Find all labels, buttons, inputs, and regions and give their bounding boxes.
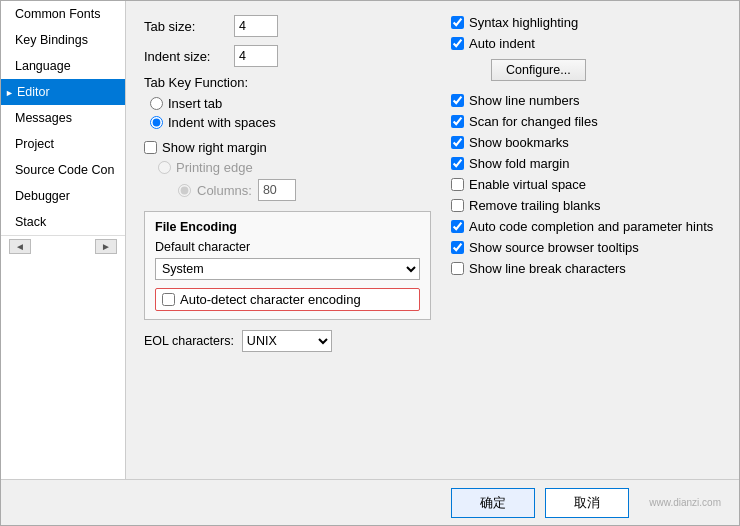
show-source-browser-checkbox[interactable] bbox=[451, 241, 464, 254]
indent-size-row: Indent size: bbox=[144, 45, 431, 67]
sidebar-item-editor[interactable]: ►Editor bbox=[1, 79, 125, 105]
main-content: Tab size: Indent size: Tab Key Function:… bbox=[126, 1, 739, 479]
sidebar-item-common-fonts[interactable]: Common Fonts bbox=[1, 1, 125, 27]
remove-trailing-blanks-label: Remove trailing blanks bbox=[469, 198, 601, 213]
scan-for-changed-row: Scan for changed files bbox=[451, 114, 721, 129]
enable-virtual-space-checkbox[interactable] bbox=[451, 178, 464, 191]
encoding-box: File Encoding Default character System A… bbox=[144, 211, 431, 320]
remove-trailing-blanks-checkbox[interactable] bbox=[451, 199, 464, 212]
ok-button[interactable]: 确定 bbox=[451, 488, 535, 518]
syntax-highlighting-checkbox[interactable] bbox=[451, 16, 464, 29]
show-line-break-row: Show line break characters bbox=[451, 261, 721, 276]
printing-edge-radio[interactable] bbox=[158, 161, 171, 174]
scan-for-changed-checkbox[interactable] bbox=[451, 115, 464, 128]
sidebar-item-stack[interactable]: Stack bbox=[1, 209, 125, 235]
columns-input[interactable] bbox=[258, 179, 296, 201]
auto-indent-checkbox[interactable] bbox=[451, 37, 464, 50]
auto-indent-label: Auto indent bbox=[469, 36, 535, 51]
show-line-break-checkbox[interactable] bbox=[451, 262, 464, 275]
auto-detect-row: Auto-detect character encoding bbox=[155, 288, 420, 311]
indent-size-input[interactable] bbox=[234, 45, 278, 67]
configure-button[interactable]: Configure... bbox=[491, 59, 586, 81]
sidebar-item-project[interactable]: Project bbox=[1, 131, 125, 157]
tab-size-label: Tab size: bbox=[144, 19, 234, 34]
sidebar-scroll-left[interactable]: ◄ bbox=[9, 239, 31, 254]
printing-edge-row: Printing edge bbox=[158, 160, 431, 175]
columns-label: Columns: bbox=[197, 183, 252, 198]
sidebar-item-label: Language bbox=[15, 59, 71, 73]
sidebar-item-messages[interactable]: Messages bbox=[1, 105, 125, 131]
remove-trailing-blanks-row: Remove trailing blanks bbox=[451, 198, 721, 213]
sidebar-scroll-right[interactable]: ► bbox=[95, 239, 117, 254]
show-right-margin-checkbox[interactable] bbox=[144, 141, 157, 154]
syntax-highlighting-row: Syntax highlighting bbox=[451, 15, 721, 30]
auto-detect-label: Auto-detect character encoding bbox=[180, 292, 361, 307]
sidebar-item-language[interactable]: Language bbox=[1, 53, 125, 79]
indent-with-spaces-radio[interactable] bbox=[150, 116, 163, 129]
show-source-browser-label: Show source browser tooltips bbox=[469, 240, 639, 255]
cancel-button[interactable]: 取消 bbox=[545, 488, 629, 518]
enable-virtual-space-label: Enable virtual space bbox=[469, 177, 586, 192]
sidebar-item-label: Common Fonts bbox=[15, 7, 100, 21]
sidebar-item-label: Debugger bbox=[15, 189, 70, 203]
sidebar-item-label: Project bbox=[15, 137, 54, 151]
two-column-layout: Tab size: Indent size: Tab Key Function:… bbox=[144, 15, 721, 352]
auto-code-completion-label: Auto code completion and parameter hints bbox=[469, 219, 713, 234]
eol-label: EOL characters: bbox=[144, 334, 234, 348]
columns-row: Columns: bbox=[178, 179, 431, 201]
dialog-footer: 确定 取消 www.dianzi.com bbox=[1, 479, 739, 525]
arrow-icon: ► bbox=[5, 88, 14, 98]
show-line-numbers-label: Show line numbers bbox=[469, 93, 580, 108]
show-line-numbers-row: Show line numbers bbox=[451, 93, 721, 108]
left-column: Tab size: Indent size: Tab Key Function:… bbox=[144, 15, 431, 352]
tab-size-input[interactable] bbox=[234, 15, 278, 37]
sidebar-item-label: Source Code Con bbox=[15, 163, 114, 177]
right-column: Syntax highlighting Auto indent Configur… bbox=[451, 15, 721, 352]
show-fold-margin-row: Show fold margin bbox=[451, 156, 721, 171]
show-source-browser-row: Show source browser tooltips bbox=[451, 240, 721, 255]
syntax-highlighting-label: Syntax highlighting bbox=[469, 15, 578, 30]
indent-size-label: Indent size: bbox=[144, 49, 234, 64]
insert-tab-radio[interactable] bbox=[150, 97, 163, 110]
show-fold-margin-checkbox[interactable] bbox=[451, 157, 464, 170]
show-bookmarks-row: Show bookmarks bbox=[451, 135, 721, 150]
show-fold-margin-label: Show fold margin bbox=[469, 156, 569, 171]
auto-detect-checkbox[interactable] bbox=[162, 293, 175, 306]
show-bookmarks-label: Show bookmarks bbox=[469, 135, 569, 150]
default-char-select[interactable]: System bbox=[155, 258, 420, 280]
auto-indent-row: Auto indent bbox=[451, 36, 721, 51]
auto-code-completion-checkbox[interactable] bbox=[451, 220, 464, 233]
show-line-break-label: Show line break characters bbox=[469, 261, 626, 276]
eol-row: EOL characters: UNIX Windows Mac bbox=[144, 330, 431, 352]
enable-virtual-space-row: Enable virtual space bbox=[451, 177, 721, 192]
sidebar-item-debugger[interactable]: Debugger bbox=[1, 183, 125, 209]
sidebar-item-label: Editor bbox=[17, 85, 50, 99]
sidebar-item-label: Stack bbox=[15, 215, 46, 229]
tab-key-radio-group: Insert tab Indent with spaces bbox=[150, 96, 431, 130]
default-char-label: Default character bbox=[155, 240, 420, 254]
show-right-margin-label: Show right margin bbox=[162, 140, 267, 155]
indent-with-spaces-row: Indent with spaces bbox=[150, 115, 431, 130]
tab-key-function-label: Tab Key Function: bbox=[144, 75, 431, 90]
sidebar: Common Fonts Key Bindings Language ►Edit… bbox=[1, 1, 126, 479]
sidebar-item-key-bindings[interactable]: Key Bindings bbox=[1, 27, 125, 53]
show-right-margin-row: Show right margin bbox=[144, 140, 431, 155]
indent-with-spaces-label: Indent with spaces bbox=[168, 115, 276, 130]
sidebar-item-source-code-con[interactable]: Source Code Con bbox=[1, 157, 125, 183]
printing-edge-label: Printing edge bbox=[176, 160, 253, 175]
show-bookmarks-checkbox[interactable] bbox=[451, 136, 464, 149]
sidebar-item-label: Key Bindings bbox=[15, 33, 88, 47]
show-line-numbers-checkbox[interactable] bbox=[451, 94, 464, 107]
dialog-body: Common Fonts Key Bindings Language ►Edit… bbox=[1, 1, 739, 479]
watermark: www.dianzi.com bbox=[649, 497, 721, 508]
columns-radio[interactable] bbox=[178, 184, 191, 197]
dialog: Common Fonts Key Bindings Language ►Edit… bbox=[0, 0, 740, 526]
margin-section: Show right margin Printing edge Columns: bbox=[144, 140, 431, 201]
eol-select[interactable]: UNIX Windows Mac bbox=[242, 330, 332, 352]
sidebar-scroll-arrows: ◄ ► bbox=[1, 235, 125, 257]
insert-tab-label: Insert tab bbox=[168, 96, 222, 111]
margin-indent-section: Printing edge Columns: bbox=[158, 160, 431, 201]
encoding-title: File Encoding bbox=[155, 220, 420, 234]
scan-for-changed-label: Scan for changed files bbox=[469, 114, 598, 129]
tab-size-row: Tab size: bbox=[144, 15, 431, 37]
